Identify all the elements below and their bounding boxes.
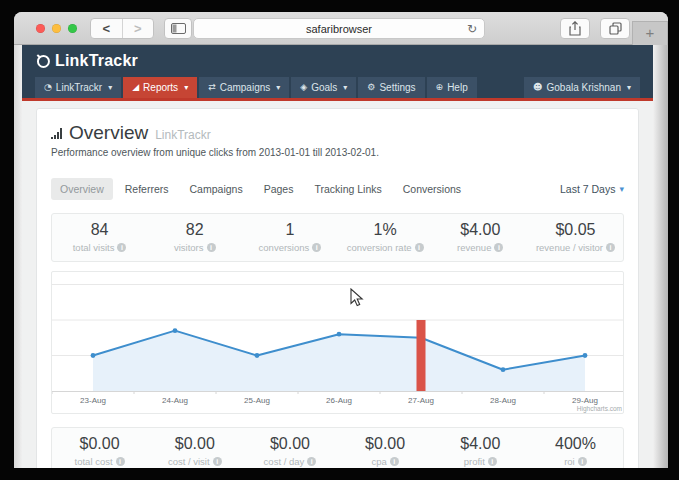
reload-icon[interactable]: ↻ [467,19,477,39]
nav-item-settings[interactable]: ⚙Settings [358,77,424,98]
zoom-window-button[interactable] [68,24,77,33]
stat-profit: $4.00profiti [433,435,528,467]
linktrackr-logo-icon [35,53,51,69]
info-icon[interactable]: i [415,243,424,252]
nav-item-label: Goals [311,77,337,98]
overview-bars-icon [51,128,62,139]
minimize-window-button[interactable] [52,24,61,33]
info-icon[interactable]: i [578,457,587,466]
tab-campaigns[interactable]: Campaigns [181,178,252,200]
nav-item-help[interactable]: ⊕Help [427,77,477,98]
user-menu-gobala-krishnan[interactable]: ☻Gobala Krishnan▾ [524,77,640,98]
chevron-down-icon: ▾ [184,77,188,98]
info-icon[interactable]: i [494,243,503,252]
chevron-down-icon: ▾ [108,77,112,98]
svg-text:Highcharts.com: Highcharts.com [577,405,622,413]
nav-item-label: Settings [379,77,415,98]
stat-value: $0.05 [528,221,623,239]
tab-pages[interactable]: Pages [255,178,303,200]
shuffle-icon: ⇄ [208,77,216,98]
site-header: LinkTrackr [22,45,653,76]
page-subtitle: Performance overview from unique clicks … [51,147,624,158]
page-title: Overview [69,122,148,144]
new-tab-button[interactable]: + [632,21,668,45]
stat-value: $0.00 [338,435,433,453]
back-button[interactable]: < [91,19,123,38]
stat-label: cost / visit [168,456,210,467]
share-button[interactable] [560,18,590,39]
info-icon[interactable]: i [488,457,497,466]
stat-label: cost / day [264,456,305,467]
chart-icon: ◢ [132,77,139,98]
nav-item-linktrackr[interactable]: ◔LinkTrackr▾ [35,77,121,98]
stat-label: conversion rate [347,242,412,253]
stat-label: revenue / visitor [536,242,603,253]
chevron-down-icon: ▾ [343,77,347,98]
nav-item-label: LinkTrackr [56,77,102,98]
stat-label: roi [564,456,575,467]
info-icon[interactable]: i [207,243,216,252]
stat-label: total cost [75,456,113,467]
nav-item-label: Reports [143,77,178,98]
svg-text:27-Aug: 27-Aug [408,396,434,405]
stat-value: $0.00 [52,435,147,453]
info-icon[interactable]: i [390,457,399,466]
info-icon[interactable]: i [312,243,321,252]
svg-text:28-Aug: 28-Aug [490,396,516,405]
info-icon[interactable]: i [606,243,615,252]
goal-icon: ◈ [300,77,307,98]
nav-item-campaigns[interactable]: ⇄Campaigns▾ [199,77,289,98]
stat-value: 82 [147,221,242,239]
globe-icon: ◔ [44,77,52,98]
stat-total-visits: 84total visitsi [52,221,147,253]
date-range-selector[interactable]: Last 7 Days ▾ [560,183,624,195]
info-icon[interactable]: i [307,457,316,466]
stat-value: 84 [52,221,147,239]
forward-button[interactable]: > [123,19,154,38]
mouse-cursor [350,288,364,307]
stats-panel-bottom: $0.00total costi$0.00cost / visiti$0.00c… [51,427,624,468]
stat-value: $4.00 [433,435,528,453]
nav-item-reports[interactable]: ◢Reports▾ [123,77,197,98]
stat-label: visitors [174,242,204,253]
nav-item-label: Gobala Krishnan [546,77,621,98]
info-icon[interactable]: i [116,457,125,466]
tab-referrers[interactable]: Referrers [116,178,178,200]
stat-label: conversions [259,242,310,253]
window-edge [14,45,22,468]
stat-cpa: $0.00cpai [338,435,433,467]
sidebar-toggle-button[interactable] [164,18,192,39]
linktrackr-logo[interactable]: LinkTrackr [35,52,138,70]
browser-toolbar: < > safaribrowser ↻ + [14,12,668,45]
stat-value: $0.00 [242,435,337,453]
chevron-down-icon: ▾ [627,77,631,98]
traffic-lights [36,24,77,33]
scrollbar-track[interactable] [653,45,668,468]
nav-item-label: Help [447,77,468,98]
stat-value: 1% [338,221,433,239]
tab-conversions[interactable]: Conversions [394,178,470,200]
stat-value: 1 [242,221,337,239]
stat-visitors: 82visitorsi [147,221,242,253]
svg-text:25-Aug: 25-Aug [244,396,270,405]
tabs-overview-icon [609,22,622,35]
visits-chart-svg: 23-Aug24-Aug25-Aug26-Aug27-Aug28-Aug29-A… [52,272,624,413]
stat-label: cpa [371,456,386,467]
close-window-button[interactable] [36,24,45,33]
address-bar[interactable]: safaribrowser ↻ [193,18,485,39]
stat-label: revenue [457,242,491,253]
show-tabs-button[interactable] [600,18,630,39]
page-title-suffix: LinkTrackr [155,128,211,142]
chevron-down-icon: ▾ [276,77,280,98]
tab-overview[interactable]: Overview [51,178,113,200]
report-tabs: OverviewReferrersCampaignsPagesTracking … [51,178,624,200]
info-icon[interactable]: i [117,243,126,252]
date-range-label: Last 7 Days [560,183,615,195]
chevron-down-icon: ▾ [619,184,624,194]
svg-text:26-Aug: 26-Aug [326,396,352,405]
tab-tracking-links[interactable]: Tracking Links [305,178,390,200]
stat-value: $0.00 [147,435,242,453]
stat-conversion-rate: 1%conversion ratei [338,221,433,253]
nav-item-goals[interactable]: ◈Goals▾ [291,77,356,98]
info-icon[interactable]: i [213,457,222,466]
